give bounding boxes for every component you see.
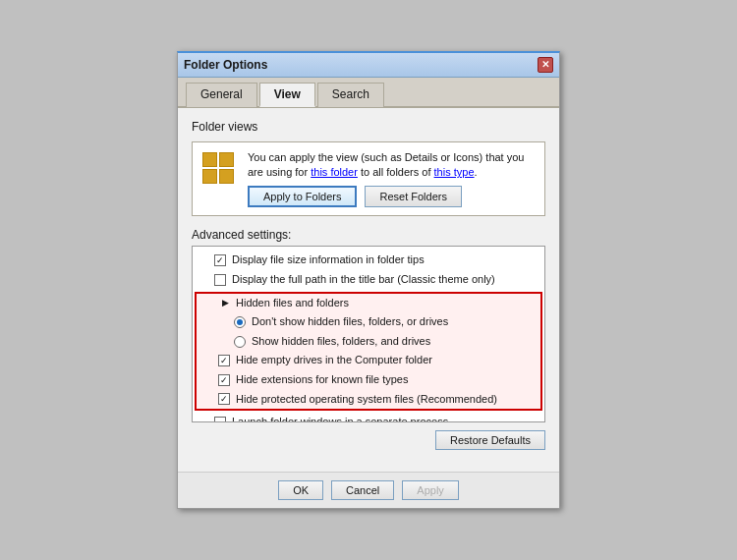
list-item: ✓ Hide extensions for known file types bbox=[197, 370, 540, 390]
checkbox-hide-extensions[interactable]: ✓ bbox=[218, 374, 230, 386]
item-label: Display the full path in the title bar (… bbox=[232, 271, 495, 289]
folder-views-title: Folder views bbox=[192, 120, 545, 134]
apply-button[interactable]: Apply bbox=[402, 480, 459, 500]
tab-general[interactable]: General bbox=[186, 83, 257, 107]
apply-to-folders-button[interactable]: Apply to Folders bbox=[248, 186, 357, 207]
ok-button[interactable]: OK bbox=[278, 480, 323, 500]
window-title: Folder Options bbox=[184, 58, 267, 72]
advanced-settings-list: ✓ Display file size information in folde… bbox=[192, 246, 545, 422]
checkbox-full-path[interactable] bbox=[214, 274, 226, 286]
list-item: ✓ Hide empty drives in the Computer fold… bbox=[197, 351, 540, 370]
list-item: ✓ Display file size information in folde… bbox=[193, 251, 544, 270]
checkbox-hide-protected[interactable]: ✓ bbox=[218, 393, 230, 405]
item-label: Launch folder windows in a separate proc… bbox=[232, 414, 448, 421]
checkbox-hide-empty-drives[interactable]: ✓ bbox=[218, 355, 230, 366]
list-item: Display the full path in the title bar (… bbox=[193, 270, 544, 290]
tree-expand-icon: ▶ bbox=[218, 296, 232, 309]
tab-search[interactable]: Search bbox=[317, 83, 384, 107]
close-button[interactable]: ✕ bbox=[538, 57, 553, 73]
radio-no-show-hidden[interactable] bbox=[234, 316, 246, 328]
item-label: Hide extensions for known file types bbox=[236, 371, 408, 389]
folder-view-buttons: Apply to Folders Reset Folders bbox=[248, 186, 535, 207]
checkbox-file-size[interactable]: ✓ bbox=[214, 254, 226, 266]
this-folder-link: this folder bbox=[311, 166, 358, 178]
titlebar: Folder Options ✕ bbox=[178, 53, 559, 78]
list-scroll-area[interactable]: ✓ Display file size information in folde… bbox=[193, 247, 544, 421]
item-label: Hide protected operating system files (R… bbox=[236, 391, 497, 409]
tab-content: Folder views You can apply the view (suc… bbox=[178, 108, 559, 473]
advanced-settings-label: Advanced settings: bbox=[192, 228, 545, 242]
list-item: Don't show hidden files, folders, or dri… bbox=[197, 312, 540, 332]
restore-defaults-container: Restore Defaults bbox=[192, 430, 545, 450]
folder-views-desc: You can apply the view (such as Details … bbox=[248, 150, 535, 181]
item-label: Don't show hidden files, folders, or dri… bbox=[252, 313, 448, 331]
folder-icon bbox=[202, 152, 238, 188]
reset-folders-button[interactable]: Reset Folders bbox=[365, 186, 461, 207]
this-type-link: this type bbox=[434, 166, 475, 178]
cancel-button[interactable]: Cancel bbox=[331, 480, 394, 500]
tab-view[interactable]: View bbox=[259, 83, 315, 107]
item-label: Show hidden files, folders, and drives bbox=[252, 333, 430, 351]
list-item: ✓ Hide protected operating system files … bbox=[197, 390, 540, 410]
list-item: Show hidden files, folders, and drives bbox=[197, 332, 540, 352]
group-header-hidden-files: ▶ Hidden files and folders bbox=[197, 294, 540, 313]
folder-views-box: You can apply the view (such as Details … bbox=[192, 141, 545, 217]
item-label: Display file size information in folder … bbox=[232, 252, 425, 269]
radio-show-hidden[interactable] bbox=[234, 336, 246, 348]
dialog-footer: OK Cancel Apply bbox=[178, 472, 559, 508]
folder-views-content: You can apply the view (such as Details … bbox=[248, 150, 535, 208]
tab-bar: General View Search bbox=[178, 78, 559, 108]
folder-options-dialog: Folder Options ✕ General View Search Fol… bbox=[177, 51, 560, 510]
list-item: Launch folder windows in a separate proc… bbox=[193, 413, 544, 421]
restore-defaults-button[interactable]: Restore Defaults bbox=[435, 430, 545, 450]
item-label: Hide empty drives in the Computer folder bbox=[236, 352, 432, 369]
group-label: Hidden files and folders bbox=[236, 295, 349, 312]
checkbox-launch-separate[interactable] bbox=[214, 417, 226, 421]
